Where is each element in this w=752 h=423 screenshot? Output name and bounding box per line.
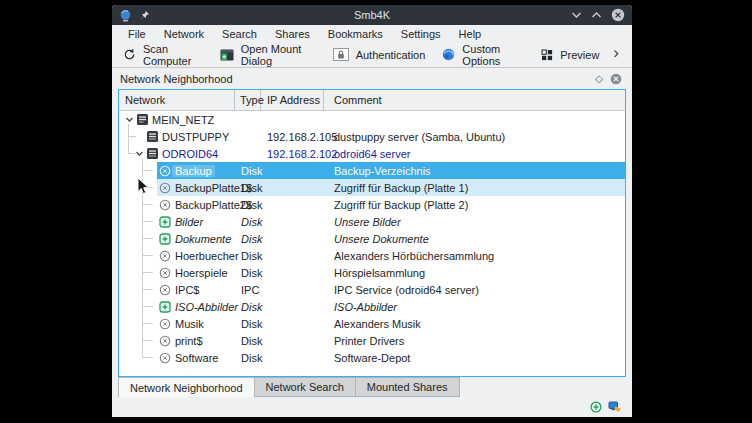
- item-name: Musik: [175, 318, 204, 330]
- network-cell: BackupPlatte2$: [119, 199, 252, 211]
- custom-options-button[interactable]: Custom Options: [439, 41, 533, 69]
- menubar: FileNetworkSearchSharesBookmarksSettings…: [112, 25, 632, 42]
- network-cell: Hoerspiele: [119, 267, 228, 279]
- pin-icon[interactable]: [139, 10, 150, 21]
- share-icon: [159, 267, 171, 279]
- comment-cell: Software-Depot: [334, 352, 410, 364]
- comment-cell: Zugriff für Backup (Platte 2): [334, 199, 468, 211]
- expander-chevron-down-icon[interactable]: [122, 115, 136, 124]
- tab-network-search[interactable]: Network Search: [255, 377, 356, 397]
- tree-row-backup[interactable]: BackupDiskBackup-Verzeichnis: [119, 162, 625, 179]
- network-cell: ISO-Abbilder: [119, 301, 238, 313]
- lock-icon: [333, 48, 349, 61]
- preview-button[interactable]: Preview: [538, 47, 608, 63]
- comment-cell: Alexanders Musik: [334, 318, 421, 330]
- network-cell: Hoerbuecher: [119, 250, 239, 262]
- item-name: MEIN_NETZ: [152, 114, 214, 126]
- comment-cell: Unsere Dokumente: [334, 233, 429, 245]
- type-cell: Disk: [241, 335, 262, 347]
- menu-shares[interactable]: Shares: [266, 27, 319, 41]
- comment-cell: dustpuppy server (Samba, Ubuntu): [334, 131, 505, 143]
- toolbar-overflow-icon[interactable]: ›: [613, 48, 624, 61]
- dock-close-icon[interactable]: [610, 73, 622, 85]
- item-name: DUSTPUPPY: [162, 131, 229, 143]
- type-cell: Disk: [241, 318, 262, 330]
- float-icon[interactable]: ◇: [595, 74, 603, 84]
- menu-search[interactable]: Search: [213, 27, 266, 41]
- network-share-icon: [608, 401, 622, 413]
- share-icon: [159, 335, 171, 347]
- type-cell: Disk: [241, 199, 262, 211]
- tree-row-mein-netz[interactable]: MEIN_NETZ: [119, 111, 625, 128]
- column-header-ip-address[interactable]: IP Address: [261, 90, 324, 110]
- tree-row-dokumente[interactable]: DokumenteDiskUnsere Dokumente: [119, 230, 625, 247]
- menu-settings[interactable]: Settings: [392, 27, 450, 41]
- workgroup-icon: [136, 114, 148, 125]
- type-cell: Disk: [241, 250, 262, 262]
- scan-computer-button[interactable]: Scan Computer: [120, 41, 212, 69]
- tree-row-musik[interactable]: MusikDiskAlexanders Musik: [119, 315, 625, 332]
- close-button[interactable]: [611, 8, 625, 22]
- expander-chevron-down-icon[interactable]: [132, 149, 146, 158]
- item-name: IPC$: [175, 284, 199, 296]
- tree-row-backupplatte2[interactable]: BackupPlatte2$DiskZugriff für Backup (Pl…: [119, 196, 625, 213]
- share-icon: [159, 284, 171, 296]
- item-name: ISO-Abbilder: [175, 301, 238, 313]
- share-mounted-icon: [159, 216, 171, 228]
- tree-row-software[interactable]: SoftwareDiskSoftware-Depot: [119, 349, 625, 366]
- tree-row-bilder[interactable]: BilderDiskUnsere Bilder: [119, 213, 625, 230]
- share-icon: [159, 318, 171, 330]
- tree-row-iso-abbilder[interactable]: ISO-AbbilderDiskISO-Abbilder: [119, 298, 625, 315]
- item-name: Backup: [172, 165, 215, 177]
- toolbar-button-label: Scan Computer: [143, 43, 203, 67]
- network-cell: Musik: [119, 318, 204, 330]
- comment-cell: Unsere Bilder: [334, 216, 401, 228]
- item-name: ODROID64: [162, 148, 218, 160]
- network-cell: BackupPlatte1$: [119, 182, 252, 194]
- menu-help[interactable]: Help: [450, 27, 491, 41]
- tree-row-ipc[interactable]: IPC$IPCIPC Service (odroid64 server): [119, 281, 625, 298]
- share-icon: [159, 199, 171, 211]
- tab-mounted-shares[interactable]: Mounted Shares: [356, 377, 460, 397]
- open-mount-dialog-button[interactable]: Open Mount Dialog: [217, 41, 325, 69]
- tree-row-print[interactable]: print$DiskPrinter Drivers: [119, 332, 625, 349]
- tree-row-hoerbuecher[interactable]: HoerbuecherDiskAlexanders Hörbüchersamml…: [119, 247, 625, 264]
- window-title: Smb4K: [239, 9, 505, 21]
- item-name: Software: [175, 352, 218, 364]
- share-icon: [159, 165, 171, 177]
- authentication-button[interactable]: Authentication: [330, 46, 435, 63]
- type-cell: Disk: [241, 233, 262, 245]
- column-header-comment[interactable]: Comment: [324, 90, 625, 110]
- tree-row-hoerspiele[interactable]: HoerspieleDiskHörspielsammlung: [119, 264, 625, 281]
- preview-grid-icon: [541, 49, 553, 61]
- minimize-button[interactable]: [571, 11, 582, 19]
- comment-cell: Zugriff für Backup (Platte 1): [334, 182, 468, 194]
- maximize-button[interactable]: [591, 11, 602, 19]
- type-cell: Disk: [241, 182, 262, 194]
- ip-address-cell: 192.168.2.105: [267, 131, 337, 143]
- share-mounted-icon: [159, 301, 171, 313]
- menu-network[interactable]: Network: [155, 27, 213, 41]
- column-header-network[interactable]: Network: [119, 90, 235, 110]
- tree-row-dustpuppy[interactable]: DUSTPUPPY192.168.2.105dustpuppy server (…: [119, 128, 625, 145]
- type-cell: Disk: [241, 216, 262, 228]
- tree-row-odroid64[interactable]: ODROID64192.168.2.102odroid64 server: [119, 145, 625, 162]
- menu-file[interactable]: File: [119, 27, 155, 41]
- network-cell: IPC$: [119, 284, 199, 296]
- refresh-icon: [123, 48, 136, 61]
- item-name: Bilder: [175, 216, 203, 228]
- toolbar: Scan ComputerOpen Mount DialogAuthentica…: [112, 42, 632, 68]
- type-cell: IPC: [241, 284, 259, 296]
- network-cell: Backup: [119, 165, 215, 177]
- comment-cell: odroid64 server: [334, 148, 410, 160]
- tab-network-neighborhood[interactable]: Network Neighborhood: [118, 377, 255, 397]
- comment-cell: Printer Drivers: [334, 335, 404, 347]
- server-icon: [146, 131, 158, 142]
- menu-bookmarks[interactable]: Bookmarks: [319, 27, 392, 41]
- toolbar-button-label: Custom Options: [462, 43, 524, 67]
- column-header-type[interactable]: Type: [235, 90, 261, 110]
- item-name: Hoerbuecher: [175, 250, 239, 262]
- toolbar-button-label: Preview: [560, 49, 599, 61]
- tree-row-backupplatte1[interactable]: BackupPlatte1$DiskZugriff für Backup (Pl…: [119, 179, 625, 196]
- table-body: MEIN_NETZDUSTPUPPY192.168.2.105dustpuppy…: [119, 111, 625, 366]
